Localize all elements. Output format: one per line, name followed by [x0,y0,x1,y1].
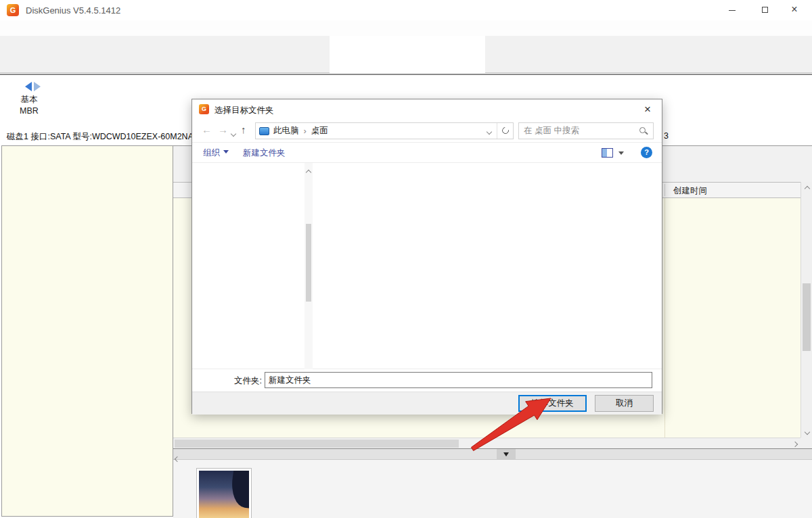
breadcrumb-dropdown-icon[interactable] [482,126,497,136]
disk-info-fragment: 3 [664,131,669,141]
up-icon[interactable]: ↑ [241,124,246,135]
dialog-nav-bar: ← → ↑ 此电脑 › 桌面 在 桌面 中搜索 [192,120,662,143]
app-logo-icon [7,4,19,16]
scrollbar-corner [800,438,812,449]
horizontal-scrollbar[interactable] [173,438,800,449]
dialog-button-row: 选择文件夹 取消 [192,392,662,415]
dialog-body [192,163,662,369]
hex-preview-panel [173,448,812,518]
search-icon [639,126,648,136]
hex-top-scrollbar[interactable] [173,449,812,460]
history-dropdown-icon[interactable] [231,131,236,137]
dialog-close-icon[interactable]: × [637,101,658,118]
dialog-command-bar: 组织 新建文件夹 ? [192,143,662,163]
scrollbar-thumb[interactable] [175,440,459,448]
maximize-button[interactable] [750,0,780,20]
created-time-column-header[interactable]: 创建时间 [673,185,707,197]
breadcrumb-separator-icon: › [304,126,307,136]
dialog-app-icon [199,104,209,114]
refresh-icon [501,126,510,135]
breadcrumb-item-computer[interactable]: 此电脑 [273,125,299,137]
disk-info-text: 磁盘1 接口:SATA 型号:WDCWD10EZEX-60M2NA [7,132,194,141]
breadcrumb[interactable]: 此电脑 › 桌面 [255,122,514,139]
ad-banner[interactable] [330,36,485,73]
scrollbar-thumb[interactable] [803,283,811,351]
dialog-title-bar: 选择目标文件夹 × [192,99,662,120]
dialog-tree-scrollbar[interactable] [304,163,313,369]
minimize-button[interactable] [717,0,747,20]
organize-button[interactable]: 组织 [203,147,229,159]
help-icon[interactable]: ? [641,147,652,158]
select-folder-button[interactable]: 选择文件夹 [518,395,587,412]
folder-name-input[interactable] [265,372,652,388]
preview-thumbnail [199,471,249,518]
select-folder-dialog: 选择目标文件夹 × ← → ↑ 此电脑 › 桌面 在 桌面 中搜索 组织 新建文… [191,99,662,414]
folder-name-label: 文件夹: [234,375,262,387]
column-separator [664,184,665,196]
folder-icon [259,127,269,135]
title-bar: DiskGenius V5.4.5.1412 × [0,0,812,20]
search-placeholder: 在 桌面 中搜索 [524,125,579,137]
hex-dump [260,467,808,518]
view-dropdown-icon[interactable] [618,151,624,158]
search-box[interactable]: 在 桌面 中搜索 [518,122,654,139]
new-folder-button[interactable]: 新建文件夹 [243,147,286,159]
image-preview [196,468,252,518]
diskgenius-window: DiskGenius V5.4.5.1412 × 基本MBR 磁盘1 接口:SA… [0,0,812,518]
refresh-button[interactable] [497,123,513,139]
partition-tree-pane [1,145,173,517]
cancel-button[interactable]: 取消 [595,395,654,412]
collapse-panel-tab[interactable] [497,449,516,459]
window-title: DiskGenius V5.4.5.1412 [26,5,120,16]
prev-disk-arrow-icon[interactable] [20,82,32,91]
next-disk-arrow-icon[interactable] [34,82,45,91]
change-view-icon[interactable] [602,148,613,158]
menu-bar [0,20,812,36]
back-icon[interactable]: ← [202,124,212,135]
forward-icon[interactable]: → [218,124,228,135]
column-separator [664,198,665,438]
breadcrumb-item-desktop[interactable]: 桌面 [311,125,328,137]
scroll-left-icon[interactable] [175,456,180,462]
disk-scheme-label: 基本MBR [8,94,50,117]
vertical-scrollbar[interactable] [800,182,812,438]
folder-name-row: 文件夹: [192,369,662,392]
scrollbar-thumb[interactable] [306,224,311,302]
close-button[interactable]: × [780,0,809,20]
dialog-title: 选择目标文件夹 [215,105,274,116]
